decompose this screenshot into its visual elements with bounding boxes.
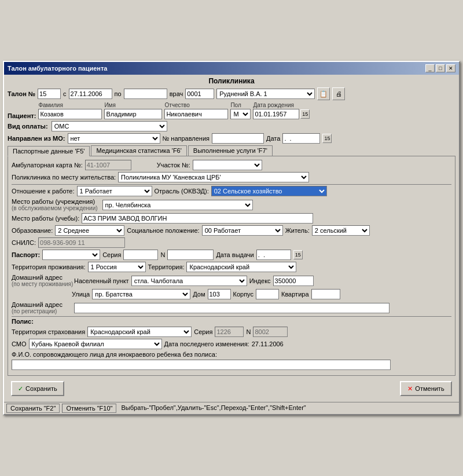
maximize-button[interactable]: □: [436, 64, 445, 72]
smo-select[interactable]: Кубань Краевой филиал: [29, 339, 162, 349]
n-pasport-input[interactable]: [167, 250, 214, 260]
indeks-input[interactable]: [273, 276, 314, 286]
dob-input[interactable]: [253, 109, 299, 119]
last-change-label: Дата последнего изменения:: [164, 340, 249, 347]
po-mestu-label: (по месту проживания): [12, 281, 69, 287]
print-icon[interactable]: 📋: [317, 87, 330, 100]
poliklinika-select[interactable]: Поликлиника МУ 'Каневская ЦРБ': [118, 172, 309, 182]
ulitsa-row: Улица пр. Братства Дом Корпус Квартира: [12, 289, 451, 299]
dom-adres2-input[interactable]: [74, 303, 389, 313]
fio-soprov-input-row: [12, 360, 451, 370]
mesto-raboty-row: Место работы (учреждения) (в обслуживаем…: [12, 198, 451, 211]
mesto-ucheby-label: Место работы (учебы):: [12, 215, 79, 222]
title-bar-buttons: _ □ ✕: [425, 64, 455, 72]
data-vyd-calendar-btn[interactable]: 15: [293, 250, 303, 259]
fio-soprov-row: Ф.И.О. сопровождающего лица для инокраев…: [12, 351, 451, 358]
dom-adres2-row: Домашний адрес (по регистрации): [12, 301, 451, 314]
kvartira-input[interactable]: [311, 289, 340, 299]
close-button[interactable]: ✕: [446, 64, 455, 72]
polus-n-input[interactable]: [253, 327, 288, 337]
surname-input[interactable]: [38, 109, 102, 119]
kvartira-label: Квартира: [281, 291, 309, 298]
name-col: Имя: [104, 102, 162, 119]
minimize-button[interactable]: _: [425, 64, 435, 72]
pasport-row: Паспорт: Серия N Дата выдачи 15: [12, 250, 451, 260]
soc-pol-label: Социальное положение:: [127, 227, 199, 234]
data-vyd-label: Дата выдачи: [216, 251, 253, 258]
print2-icon[interactable]: 🖨: [332, 87, 345, 100]
obrazovanie-select[interactable]: 2 Среднее: [55, 225, 124, 236]
cancel-icon: ✕: [407, 385, 413, 393]
indeks-label: Индекс: [249, 277, 271, 284]
territory-select[interactable]: 1 Россия: [88, 262, 146, 272]
vid-oplaty-select[interactable]: ОМС: [52, 121, 167, 131]
amb-card-input[interactable]: [85, 160, 131, 170]
tab-f7[interactable]: Выполненные услуги 'F7': [188, 145, 273, 156]
nasp-punkt-label: Населенный пункт: [74, 277, 129, 284]
to-date[interactable]: [124, 89, 167, 99]
cancel-button[interactable]: ✕ Отменить: [400, 381, 452, 396]
mesto-ucheby-row: Место работы (учебы):: [12, 213, 451, 224]
name-label: Имя: [104, 102, 162, 108]
soc-pol-select[interactable]: 00 Работает: [202, 225, 283, 236]
doctor-code[interactable]: [185, 89, 214, 99]
zhitel-select[interactable]: 2 сельский: [312, 225, 370, 236]
napravlen-select[interactable]: нет: [68, 133, 160, 144]
cancel-label: Отменить: [415, 385, 444, 392]
from-date[interactable]: [69, 89, 112, 99]
divider1: [12, 184, 451, 185]
napravlen-calendar-btn[interactable]: 15: [322, 134, 332, 143]
patronymic-label: Отчество: [164, 102, 228, 108]
name-input[interactable]: [104, 109, 162, 119]
tab-f6[interactable]: Медицинская статистика 'F6': [91, 145, 186, 156]
ulitsa-select[interactable]: пр. Братства: [92, 289, 190, 299]
patient-row: Пациент: Фамилия Имя Отчество Пол М Ж: [8, 102, 455, 119]
seria-input[interactable]: [123, 250, 158, 260]
napravlen-row: Направлен из МО: нет № направления Дата …: [8, 133, 455, 144]
status-bar: Сохранить "F2" Отменить "F10" Выбрать-"П…: [4, 402, 459, 414]
gender-select[interactable]: М Ж: [230, 109, 251, 119]
nasp-punkt-select[interactable]: стла. Чалботала: [131, 276, 247, 286]
napravlen-number[interactable]: [212, 133, 264, 144]
dob-calendar-btn[interactable]: 15: [300, 109, 310, 119]
territory-label: Территория проживания:: [12, 263, 86, 270]
dom-adres2-label: Домашний адрес: [12, 301, 69, 308]
help-text: Выбрать-"Пробел",Удалить-"Esc",Переход-"…: [119, 404, 457, 413]
clinic-title: Поликлиника: [8, 77, 455, 85]
data-vyd-input[interactable]: [256, 250, 291, 260]
tab-content: Амбулаторная карта №: Участок №: Поликли…: [8, 156, 455, 376]
cancel-f10-btn[interactable]: Отменить "F10": [62, 404, 116, 413]
korpus-input[interactable]: [256, 289, 279, 299]
last-change-value: 27.11.2006: [252, 340, 284, 347]
uchastok-label: Участок №:: [157, 162, 190, 169]
napravlen-label: Направлен из МО:: [8, 135, 65, 142]
pasport-select[interactable]: [42, 250, 100, 260]
seria-label: Серия: [102, 251, 121, 258]
fio-soprov-input[interactable]: [12, 360, 391, 370]
uchastok-select[interactable]: [193, 160, 262, 170]
talon-number[interactable]: [38, 89, 61, 99]
from-label: с: [63, 90, 67, 97]
territory2-select[interactable]: Краснодарский край: [186, 262, 296, 272]
mesto-ucheby-input[interactable]: [82, 213, 313, 224]
window-title: Талон амбулаторного пациента: [8, 65, 107, 72]
napravlen-date[interactable]: [282, 133, 320, 144]
snils-input[interactable]: [38, 237, 125, 248]
smo-label: СМО: [12, 340, 27, 347]
polus-title-row: Полис:: [12, 318, 451, 325]
doctor-select[interactable]: Руднений В.А. 1: [216, 89, 315, 99]
otnoshenie-select[interactable]: 1 Работает: [77, 186, 152, 196]
tab-f5[interactable]: Паспортные данные 'F5': [8, 146, 90, 156]
save-button[interactable]: ✓ Сохранить: [11, 381, 64, 396]
dom-input[interactable]: [208, 289, 231, 299]
patronymic-input[interactable]: [164, 109, 228, 119]
polus-seria-input[interactable]: [215, 327, 244, 337]
polus-territory-select[interactable]: Краснодарский край: [87, 327, 192, 337]
gender-label: Пол: [230, 102, 251, 108]
polus-n-label: N: [246, 328, 251, 335]
surname-label: Фамилия: [38, 102, 102, 108]
amb-card-row: Амбулаторная карта №: Участок №:: [12, 160, 451, 170]
save-f2-btn[interactable]: Сохранить "F2": [6, 404, 60, 413]
mesto-raboty-select[interactable]: пр. Челябинска: [102, 200, 253, 210]
otrasl-select[interactable]: 02 Сельское хозяйство: [211, 186, 327, 196]
